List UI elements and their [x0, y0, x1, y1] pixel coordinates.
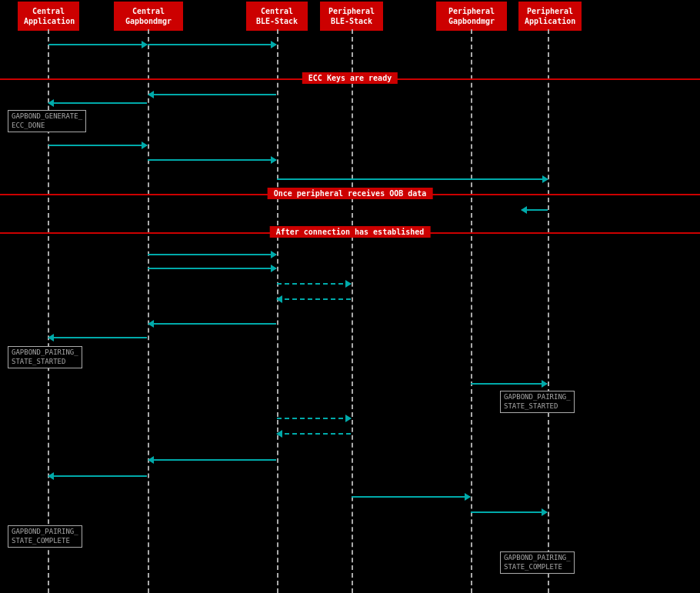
arrow-11 — [277, 283, 351, 285]
actor-central-app: CentralApplication — [18, 2, 79, 31]
arrow-20 — [352, 496, 470, 498]
note-pairing-complete-central: GAPBOND_PAIRING_STATE_COMPLETE — [8, 525, 82, 548]
lifeline-peripheral-ble — [352, 29, 353, 593]
note-pairing-started-peripheral: GAPBOND_PAIRING_STATE_STARTED — [500, 391, 575, 413]
sequence-diagram: CentralApplication CentralGapbondmgr Cen… — [0, 0, 700, 593]
arrow-2 — [148, 44, 276, 45]
arrow-12 — [277, 298, 351, 300]
actor-central-gapbond: CentralGapbondmgr — [114, 2, 183, 31]
label-ecc: ECC Keys are ready — [302, 72, 398, 84]
label-oob: Once peripheral receives OOB data — [268, 188, 433, 199]
lifeline-peripheral-gapbond — [471, 29, 472, 593]
arrow-3 — [148, 94, 276, 95]
arrow-8 — [522, 209, 548, 211]
arrow-7 — [277, 178, 548, 180]
lifeline-central-gapbond — [148, 29, 149, 593]
arrow-19 — [48, 475, 147, 477]
arrow-4 — [48, 102, 147, 104]
arrow-6 — [148, 159, 276, 161]
note-pairing-complete-peripheral: GAPBOND_PAIRING_STATE_COMPLETE — [500, 551, 575, 574]
arrow-14 — [48, 337, 147, 338]
note-gapbond-generate: GAPBOND_GENERATE_ECC_DONE — [8, 110, 86, 132]
arrow-18 — [148, 459, 276, 461]
arrow-5 — [48, 145, 147, 146]
lifeline-peripheral-app — [548, 29, 549, 593]
label-connection: After connection has established — [270, 226, 431, 238]
arrow-15 — [471, 383, 547, 385]
arrow-1 — [48, 44, 147, 45]
actor-peripheral-gapbond: PeripheralGapbondmgr — [436, 2, 507, 31]
arrow-13 — [148, 323, 276, 325]
actor-central-ble: CentralBLE-Stack — [246, 2, 308, 31]
arrow-21 — [471, 511, 547, 513]
note-pairing-started-central: GAPBOND_PAIRING_STATE_STARTED — [8, 346, 82, 368]
lifeline-central-ble — [277, 29, 278, 593]
arrow-16 — [277, 418, 351, 419]
actor-peripheral-ble: PeripheralBLE-Stack — [320, 2, 383, 31]
actor-peripheral-app: PeripheralApplication — [518, 2, 582, 31]
arrow-17 — [277, 433, 351, 435]
arrow-9 — [148, 254, 276, 255]
arrow-10 — [148, 268, 276, 269]
